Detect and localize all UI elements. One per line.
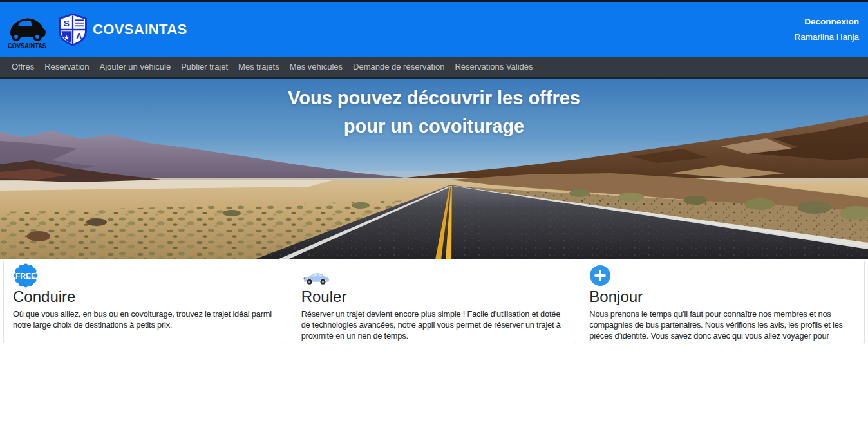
hero-title-line1: Vous pouvez découvrir les offres xyxy=(0,84,868,112)
nav-item-mes-vehicules[interactable]: Mes véhicules xyxy=(285,62,348,71)
car-icon xyxy=(301,270,331,286)
nav-item-publier-trajet[interactable]: Publier trajet xyxy=(176,62,233,71)
user-name-link[interactable]: Ramarlina Hanja xyxy=(794,32,859,42)
card-title: Conduire xyxy=(13,288,279,306)
plus-icon xyxy=(589,265,611,286)
free-badge-text: FREE xyxy=(15,272,36,281)
shield-logo-icon: S ★ A xyxy=(58,14,88,46)
shield-letter-s: S xyxy=(64,18,70,28)
hero-title: Vous pouvez découvrir les offres pour un… xyxy=(0,84,868,140)
feature-cards: FREE Conduire Où que vous alliez, en bus… xyxy=(0,259,868,343)
nav-item-reservation[interactable]: Reservation xyxy=(39,62,94,71)
shield-letter-a: A xyxy=(76,32,82,41)
nav-item-demande-reservation[interactable]: Demande de réservation xyxy=(348,62,449,71)
free-badge-icon: FREE xyxy=(13,263,39,288)
logout-link[interactable]: Deconnexion xyxy=(794,17,859,26)
card-title: Bonjour xyxy=(589,288,855,306)
nav-item-offres[interactable]: Offres xyxy=(6,62,39,71)
card-title: Rouler xyxy=(301,288,567,306)
header: COVSAINTAS S ★ A COVSAINTAS Deconnexion … xyxy=(0,2,868,57)
nav-item-mes-trajets[interactable]: Mes trajets xyxy=(233,62,285,71)
user-box: Deconnexion Ramarlina Hanja xyxy=(794,17,859,42)
shield-star-icon: ★ xyxy=(64,33,70,41)
car-logo-icon[interactable]: COVSAINTAS xyxy=(6,8,48,51)
hero-title-line2: pour un covoiturage xyxy=(0,112,868,140)
card-text: Réserver un trajet devient encore plus s… xyxy=(301,308,567,341)
car-logo-text: COVSAINTAS xyxy=(8,42,46,50)
hero-banner: Vous pouvez découvrir les offres pour un… xyxy=(0,77,868,259)
card-text: Nous prenons le temps qu’il faut pour co… xyxy=(589,308,855,343)
card-rouler: Rouler Réserver un trajet devient encore… xyxy=(292,261,577,343)
card-bonjour: Bonjour Nous prenons le temps qu’il faut… xyxy=(580,261,865,343)
card-conduire: FREE Conduire Où que vous alliez, en bus… xyxy=(3,261,288,343)
card-text: Où que vous alliez, en bus ou en covoitu… xyxy=(13,308,279,330)
nav-item-ajouter-vehicule[interactable]: Ajouter un véhicule xyxy=(95,62,176,71)
nav-item-reservations-valides[interactable]: Réservations Validés xyxy=(449,62,538,71)
brand-title[interactable]: COVSAINTAS xyxy=(93,21,187,38)
main-nav: Offres Reservation Ajouter un véhicule P… xyxy=(0,57,868,77)
